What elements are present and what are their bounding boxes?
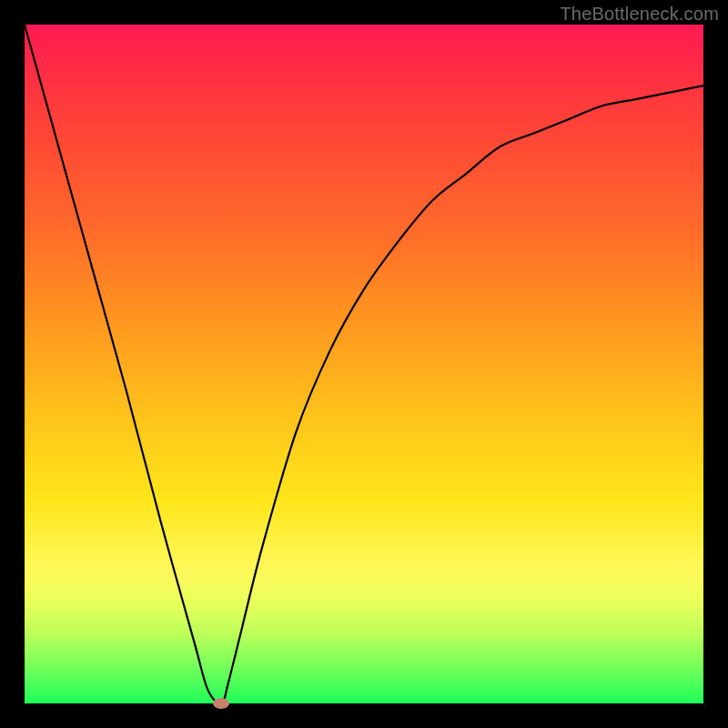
chart-stage: TheBottleneck.com (0, 0, 728, 728)
bottleneck-curve (25, 25, 703, 703)
curve-svg (25, 25, 703, 703)
chart-plot-area (25, 25, 703, 703)
watermark-label: TheBottleneck.com (560, 4, 719, 25)
optimum-marker (213, 698, 229, 709)
